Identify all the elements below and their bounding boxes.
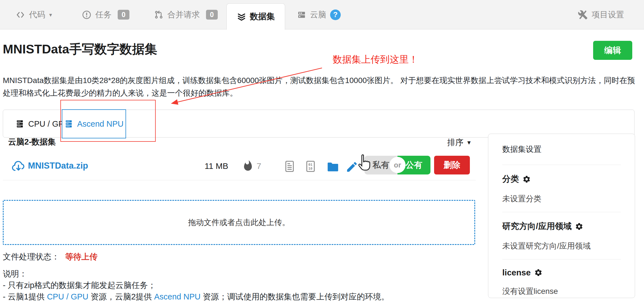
environment-tab-bar: CPU / GPU Ascend NPU bbox=[3, 110, 634, 138]
license-value: 没有设置license bbox=[502, 286, 621, 297]
ascend-npu-link[interactable]: Ascend NPU bbox=[154, 292, 200, 301]
research-label-text: 研究方向/应用领域 bbox=[502, 221, 572, 232]
issues-count-badge: 0 bbox=[118, 10, 129, 20]
binary-file-icon[interactable]: 0110 bbox=[304, 160, 317, 173]
note-line-2-text: 资源，云脑2提供 bbox=[88, 292, 154, 301]
server-rack-icon bbox=[64, 119, 73, 128]
license-label-text: license bbox=[502, 268, 531, 277]
help-icon[interactable]: ? bbox=[330, 10, 341, 20]
dataset-list-heading: 云脑2-数据集 bbox=[8, 136, 56, 148]
divider bbox=[502, 259, 621, 259]
cpu-gpu-link[interactable]: CPU / GPU bbox=[47, 292, 88, 301]
file-name-link[interactable]: MNISTData.zip bbox=[28, 161, 88, 171]
note-line-2-text: - 云脑1提供 bbox=[3, 292, 47, 301]
nav-code-label: 代码 bbox=[29, 9, 45, 20]
edit-button[interactable]: 编辑 bbox=[593, 41, 632, 60]
tools-icon bbox=[578, 10, 588, 20]
caret-down-icon: ▼ bbox=[466, 140, 472, 146]
download-count: 7 bbox=[257, 161, 261, 171]
file-size: 11 MB bbox=[205, 161, 228, 171]
cloudbrain-server-icon bbox=[297, 10, 306, 19]
dataset-settings-panel: 数据集设置 分类 未设置分类 研究方向/应用领域 未设置研究方向/应用领域 li… bbox=[488, 134, 635, 298]
page-title: MNISTData手写数字数据集 bbox=[3, 41, 157, 58]
research-label: 研究方向/应用领域 bbox=[502, 221, 621, 232]
pulls-count-badge: 0 bbox=[206, 10, 218, 20]
visibility-toggle: 私有 公有 or bbox=[364, 156, 430, 174]
merge-request-icon bbox=[154, 10, 164, 20]
dataset-page: 代码 ▾ 任务 0 合并请求 0 数据集 云脑 ? 项目设置 MNISTData… bbox=[0, 0, 644, 307]
gear-icon[interactable] bbox=[534, 268, 543, 277]
nav-settings-label: 项目设置 bbox=[592, 9, 624, 20]
category-label: 分类 bbox=[502, 173, 621, 185]
sidebar-title: 数据集设置 bbox=[502, 144, 621, 155]
license-label: license bbox=[502, 268, 621, 277]
note-line-2: - 云脑1提供 CPU / GPU 资源，云脑2提供 Ascend NPU 资源… bbox=[3, 291, 389, 303]
nav-cloudbrain-label: 云脑 bbox=[310, 9, 326, 20]
research-value: 未设置研究方向/应用领域 bbox=[502, 241, 621, 251]
file-status-line: 文件处理状态：等待上传 bbox=[3, 251, 98, 263]
annotation-note: 数据集上传到这里！ bbox=[333, 53, 418, 66]
document-icon[interactable] bbox=[283, 160, 296, 173]
status-label: 文件处理状态： bbox=[3, 252, 60, 261]
folder-icon[interactable] bbox=[326, 160, 340, 174]
code-icon bbox=[16, 10, 25, 20]
tab-datasets-label: 数据集 bbox=[250, 11, 275, 22]
note-line-2-text: 资源；调试使用的数据集也需要上传到对应的环境。 bbox=[200, 292, 389, 301]
issues-icon bbox=[82, 10, 91, 20]
status-value: 等待上传 bbox=[65, 252, 98, 261]
gear-icon[interactable] bbox=[575, 222, 583, 231]
cloud-download-icon[interactable] bbox=[11, 159, 26, 174]
chevron-down-icon: ▾ bbox=[49, 11, 52, 18]
tab-ascend-npu-label: Ascend NPU bbox=[77, 119, 124, 129]
note-line-1: - 只有zip格式的数据集才能发起云脑任务； bbox=[3, 280, 156, 291]
tab-datasets-active[interactable]: 数据集 bbox=[226, 3, 285, 30]
dataset-description: MNISTData数据集是由10类28*28的灰度图片组成，训练数据集包含600… bbox=[3, 74, 642, 100]
dataset-stack-icon bbox=[237, 12, 246, 22]
category-label-text: 分类 bbox=[502, 173, 519, 185]
nav-pulls-label: 合并请求 bbox=[167, 9, 200, 20]
svg-text:01: 01 bbox=[308, 163, 312, 167]
hand-cursor-icon bbox=[356, 153, 373, 173]
divider bbox=[502, 165, 621, 165]
visibility-or-label: or bbox=[389, 157, 406, 173]
sort-dropdown[interactable]: 排序 ▼ bbox=[447, 137, 472, 148]
upload-hint: 拖动文件或者点击此处上传。 bbox=[188, 217, 290, 228]
top-navigation-bar: 代码 ▾ 任务 0 合并请求 0 数据集 云脑 ? 项目设置 bbox=[0, 0, 644, 29]
sort-label: 排序 bbox=[447, 137, 463, 148]
nav-issues-label: 任务 bbox=[95, 9, 112, 20]
server-rack-icon bbox=[15, 119, 24, 128]
nav-item-issues[interactable]: 任务 0 bbox=[82, 0, 129, 29]
gear-icon[interactable] bbox=[522, 175, 531, 183]
tab-ascend-npu-active[interactable]: Ascend NPU bbox=[62, 109, 126, 138]
category-value: 未设置分类 bbox=[502, 193, 621, 204]
dataset-file-row: MNISTData.zip 11 MB 7 0110 私有 公有 or 删除 bbox=[3, 153, 476, 180]
notes-title: 说明： bbox=[3, 268, 27, 280]
nav-item-cloudbrain[interactable]: 云脑 ? bbox=[297, 0, 341, 29]
flame-icon bbox=[242, 160, 254, 172]
divider bbox=[502, 212, 621, 212]
upload-dropzone[interactable]: 拖动文件或者点击此处上传。 bbox=[3, 200, 475, 245]
nav-item-code[interactable]: 代码 ▾ bbox=[16, 0, 52, 29]
svg-text:10: 10 bbox=[308, 167, 312, 171]
nav-item-project-settings[interactable]: 项目设置 bbox=[578, 0, 624, 29]
nav-item-pull-requests[interactable]: 合并请求 0 bbox=[154, 0, 218, 29]
delete-button[interactable]: 删除 bbox=[434, 156, 470, 174]
